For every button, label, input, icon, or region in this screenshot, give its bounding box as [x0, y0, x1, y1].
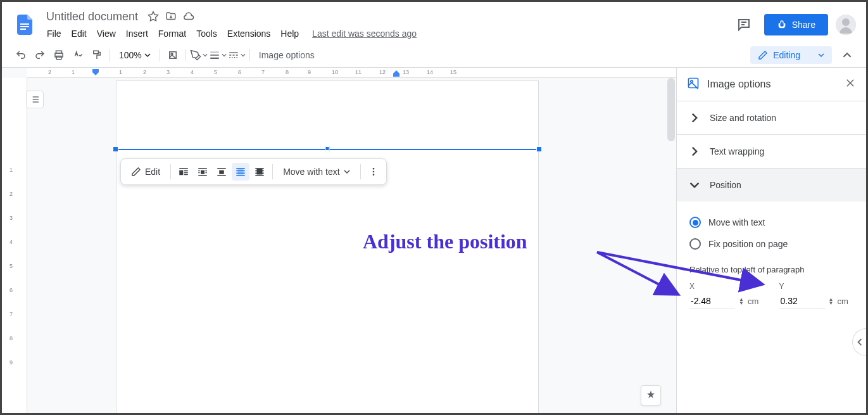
menu-tools[interactable]: Tools — [192, 26, 222, 41]
account-avatar[interactable] — [836, 15, 856, 35]
print-button[interactable] — [50, 46, 68, 64]
comment-history-icon[interactable] — [731, 12, 757, 37]
svg-rect-44 — [217, 175, 226, 176]
last-edit-link[interactable]: Last edit was seconds ago — [312, 29, 417, 39]
separator — [272, 164, 273, 179]
y-stepper[interactable]: ▲▼ — [829, 298, 834, 305]
sidebar-title: Image options — [707, 79, 837, 90]
svg-rect-40 — [206, 172, 207, 174]
close-sidebar-icon[interactable] — [845, 77, 856, 91]
separator — [110, 49, 110, 61]
menu-edit[interactable]: Edit — [67, 26, 91, 41]
move-folder-icon[interactable] — [165, 10, 177, 23]
svg-rect-21 — [232, 57, 233, 58]
svg-rect-36 — [201, 170, 204, 174]
share-button[interactable]: Share — [764, 14, 828, 35]
more-options-icon[interactable] — [365, 163, 382, 181]
menu-view[interactable]: View — [92, 26, 120, 41]
spellcheck-button[interactable] — [69, 46, 87, 64]
svg-rect-35 — [198, 168, 207, 169]
svg-rect-18 — [232, 54, 234, 56]
behind-text-icon[interactable] — [232, 163, 249, 181]
zoom-select[interactable]: 100% — [114, 48, 156, 63]
svg-rect-38 — [206, 170, 207, 172]
chevron-right-icon — [689, 146, 700, 156]
editing-mode-button[interactable]: Editing — [750, 46, 832, 64]
border-weight-button[interactable] — [209, 46, 227, 64]
svg-rect-47 — [236, 170, 245, 172]
x-stepper[interactable]: ▲▼ — [739, 298, 744, 305]
svg-rect-50 — [255, 168, 264, 169]
text-wrapping-section[interactable]: Text wrapping — [677, 134, 866, 168]
menu-help[interactable]: Help — [276, 26, 303, 41]
image-options-label[interactable]: Image options — [254, 48, 320, 63]
svg-point-57 — [372, 174, 374, 176]
svg-point-56 — [372, 171, 374, 173]
menu-extensions[interactable]: Extensions — [223, 26, 275, 41]
paint-format-button[interactable] — [88, 46, 106, 64]
redo-button[interactable] — [31, 46, 49, 64]
radio-checked-icon — [689, 217, 701, 228]
border-dash-button[interactable] — [228, 46, 246, 64]
svg-rect-46 — [236, 168, 245, 169]
separator — [160, 49, 160, 61]
separator — [249, 49, 250, 61]
fix-position-radio[interactable]: Fix position on page — [689, 233, 853, 255]
svg-point-55 — [372, 168, 374, 170]
svg-rect-49 — [236, 175, 245, 176]
position-section[interactable]: Position — [677, 168, 866, 201]
image-selection-handles[interactable] — [115, 149, 539, 150]
move-with-text-radio[interactable]: Move with text — [689, 212, 853, 233]
size-rotation-section[interactable]: Size and rotation — [677, 101, 866, 134]
svg-point-6 — [842, 18, 850, 26]
chevron-down-icon — [689, 180, 700, 190]
unit-label: cm — [837, 297, 848, 306]
wrap-inline-icon[interactable] — [175, 163, 192, 181]
menu-bar: File Edit View Insert Format Tools Exten… — [42, 26, 731, 41]
svg-rect-22 — [234, 57, 236, 58]
x-position-input[interactable] — [689, 293, 735, 309]
svg-rect-48 — [236, 173, 245, 174]
svg-rect-58 — [689, 79, 698, 88]
svg-rect-39 — [198, 172, 199, 174]
image-options-sidebar: Image options Size and rotation Text wra… — [676, 68, 866, 413]
cloud-status-icon[interactable] — [182, 10, 195, 23]
image-icon — [687, 77, 700, 92]
svg-rect-31 — [179, 170, 183, 176]
svg-rect-20 — [229, 57, 230, 58]
document-area: 2 1 1 2 3 4 5 6 7 8 9 10 11 12 13 14 15 … — [2, 68, 676, 413]
svg-rect-0 — [20, 23, 29, 25]
wrap-text-icon[interactable] — [194, 163, 211, 181]
border-color-button[interactable] — [190, 46, 208, 64]
y-position-input[interactable] — [779, 293, 825, 309]
x-label: X — [689, 282, 764, 291]
svg-rect-45 — [238, 169, 244, 175]
docs-logo[interactable] — [12, 12, 37, 37]
star-icon[interactable] — [147, 10, 160, 23]
menu-insert[interactable]: Insert — [122, 26, 153, 41]
svg-rect-16 — [229, 52, 238, 53]
menu-format[interactable]: Format — [154, 26, 191, 41]
break-text-icon[interactable] — [213, 163, 230, 181]
document-page[interactable]: Edit Move with text — [116, 80, 539, 413]
unit-label: cm — [748, 297, 758, 306]
undo-button[interactable] — [12, 46, 30, 64]
svg-rect-33 — [184, 172, 188, 174]
svg-rect-41 — [198, 175, 207, 176]
vertical-scrollbar[interactable] — [666, 78, 676, 413]
svg-rect-37 — [198, 170, 199, 172]
collapse-toolbar-button[interactable] — [838, 46, 856, 64]
svg-rect-42 — [217, 168, 226, 169]
menu-file[interactable]: File — [42, 26, 66, 41]
in-front-text-icon[interactable] — [251, 163, 268, 181]
move-with-text-dropdown[interactable]: Move with text — [277, 163, 356, 181]
outline-toggle-button[interactable] — [26, 91, 44, 108]
vertical-ruler[interactable]: 1 2 3 4 5 6 7 8 9 — [2, 78, 27, 413]
chevron-right-icon — [689, 113, 700, 123]
edit-image-button[interactable]: Edit — [125, 163, 167, 181]
explore-button[interactable] — [641, 385, 661, 405]
horizontal-ruler[interactable]: 2 1 1 2 3 4 5 6 7 8 9 10 11 12 13 14 15 — [27, 68, 676, 78]
svg-rect-43 — [219, 170, 224, 174]
doc-title[interactable]: Untitled document — [42, 9, 142, 25]
crop-button[interactable] — [164, 46, 182, 64]
